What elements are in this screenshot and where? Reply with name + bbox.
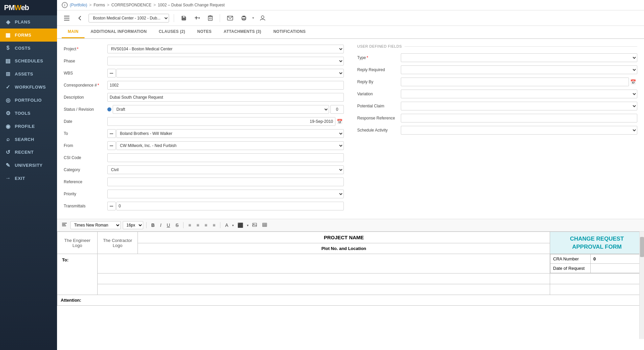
tab-attachments[interactable]: ATTACHMENTS (3) [218, 26, 267, 38]
main-content: i (Portfolio) > Forms > CORRESPONDENCE >… [57, 0, 644, 350]
back-button[interactable] [75, 14, 85, 22]
rte-scrollbar[interactable] [639, 232, 644, 339]
reference-input[interactable] [107, 178, 344, 186]
save-button[interactable] [179, 14, 189, 22]
svg-rect-17 [263, 223, 267, 227]
variation-select[interactable] [401, 90, 637, 98]
tab-notifications[interactable]: NOTIFICATIONS [267, 26, 312, 38]
sidebar-item-label: ASSETS [15, 71, 33, 77]
sidebar-item-portfolio[interactable]: ◎ PORTFOLIO [0, 94, 57, 107]
category-row: Category Civil [64, 165, 344, 174]
sidebar-item-plans[interactable]: ◈ PLANS [0, 15, 57, 29]
sidebar-item-assets[interactable]: ⊞ ASSETS [0, 67, 57, 81]
reply-by-input[interactable] [401, 78, 629, 86]
sidebar-item-costs[interactable]: $ COSTS [0, 42, 57, 54]
sidebar-item-forms[interactable]: ▦ FORMS [0, 29, 57, 42]
tab-clauses[interactable]: CLAUSES (2) [153, 26, 191, 38]
date-label: Date [64, 119, 107, 124]
to-dots-button[interactable]: ••• [107, 129, 116, 138]
bold-button[interactable]: B [150, 222, 156, 229]
csi-input[interactable] [107, 153, 344, 162]
image-button[interactable] [251, 222, 259, 229]
potential-claim-select[interactable] [401, 102, 637, 110]
svg-point-11 [261, 16, 264, 18]
date-input[interactable] [107, 117, 335, 126]
transmittals-dots-button[interactable]: ••• [107, 202, 116, 210]
sidebar-item-tools[interactable]: ⚙ TOOLS [0, 107, 57, 120]
sidebar-item-schedules[interactable]: ▤ SCHEDULES [0, 54, 57, 67]
add-button[interactable]: + ▾ [192, 13, 202, 23]
transmittals-input[interactable] [116, 202, 344, 210]
potential-claim-row: Potential Claim [357, 101, 637, 111]
phase-label: Phase [64, 59, 107, 63]
email-button[interactable] [225, 14, 235, 22]
calendar-button[interactable]: 📅 [335, 118, 344, 125]
to-select[interactable]: Boland Brothers - Will Walker [116, 129, 344, 138]
wbs-select[interactable] [116, 69, 344, 78]
font-family-select[interactable]: Times New Roman [70, 221, 121, 229]
wbs-dots-button[interactable]: ••• [107, 69, 116, 78]
svg-rect-5 [209, 15, 211, 16]
tab-notes[interactable]: NOTES [191, 26, 218, 38]
strikethrough-button[interactable]: S [174, 222, 180, 229]
user-button[interactable] [258, 14, 268, 22]
project-row: Project RVS0104 - Boston Medical Center [64, 44, 344, 54]
status-select[interactable]: Draft [113, 105, 329, 114]
svg-rect-15 [253, 223, 257, 227]
project-name-cell: PROJECT NAME [138, 232, 550, 243]
from-row: From ••• CW Millwork, Inc. - Ned Furbish [64, 141, 344, 150]
align-right-button[interactable]: ≡ [203, 222, 209, 229]
highlight-button[interactable]: ⬛ [236, 222, 245, 229]
portfolio-icon: ◎ [5, 97, 11, 103]
sidebar-item-search[interactable]: ⌕ SEARCH [0, 133, 57, 146]
delete-button[interactable] [206, 14, 215, 22]
sidebar-item-label: UNIVERSITY [15, 163, 43, 168]
sidebar-item-recent[interactable]: ↺ RECENT [0, 146, 57, 159]
breadcrumb-portfolio[interactable]: (Portfolio) [70, 3, 87, 7]
info-icon[interactable]: i [62, 2, 68, 8]
table-button[interactable] [261, 222, 269, 229]
phase-select[interactable] [107, 57, 344, 65]
category-select[interactable]: Civil [107, 165, 344, 174]
sidebar-item-workflows[interactable]: ✓ WORKFLOWS [0, 81, 57, 94]
sidebar-item-exit[interactable]: → EXIT [0, 172, 57, 185]
italic-button[interactable]: I [158, 222, 163, 229]
svg-rect-8 [243, 16, 245, 17]
response-ref-row: Response Reference [357, 113, 637, 123]
from-dots-button[interactable]: ••• [107, 141, 116, 150]
type-select[interactable] [401, 53, 637, 62]
rte-format-button[interactable] [60, 222, 68, 229]
from-select[interactable]: CW Millwork, Inc. - Ned Furbish [116, 141, 344, 150]
csi-label: CSI Code [64, 155, 107, 160]
form-grid: Project RVS0104 - Boston Medical Center … [64, 44, 637, 213]
align-justify-button[interactable]: ≡ [211, 222, 217, 229]
scrollbar-thumb[interactable] [640, 237, 644, 257]
correspondence-input[interactable]: 1002 [107, 81, 344, 90]
print-button[interactable] [239, 14, 249, 22]
tab-additional[interactable]: ADDITIONAL INFORMATION [85, 26, 153, 38]
align-left-button[interactable]: ≡ [186, 222, 193, 229]
reply-required-select[interactable] [401, 65, 637, 74]
status-number-input[interactable] [330, 105, 344, 114]
description-row: Description Dubai South Change Request [64, 93, 344, 102]
project-select[interactable]: RVS0104 - Boston Medical Center [107, 45, 344, 53]
sidebar-item-university[interactable]: ✎ UNIVERSITY [0, 159, 57, 172]
schedule-activity-select[interactable] [401, 126, 637, 135]
align-center-button[interactable]: ≡ [195, 222, 201, 229]
schedules-icon: ▤ [5, 58, 11, 64]
tab-main[interactable]: MAIN [62, 26, 85, 38]
priority-select[interactable] [107, 190, 344, 198]
description-input[interactable]: Dubai South Change Request [107, 93, 344, 102]
response-ref-input[interactable] [401, 114, 637, 122]
from-label: From [64, 143, 107, 148]
font-color-button[interactable]: A [223, 222, 230, 229]
reply-by-calendar-button[interactable]: 📅 [629, 79, 637, 85]
menu-button[interactable] [62, 14, 72, 22]
font-size-select[interactable]: 16px [123, 221, 143, 229]
svg-rect-3 [208, 16, 212, 20]
sidebar-item-profile[interactable]: ◉ PROFILE [0, 120, 57, 133]
svg-point-10 [245, 17, 246, 18]
reply-required-row: Reply Required [357, 65, 637, 74]
record-selector[interactable]: Boston Medical Center - 1002 - Dub... [89, 14, 169, 22]
underline-button[interactable]: U [165, 222, 172, 229]
